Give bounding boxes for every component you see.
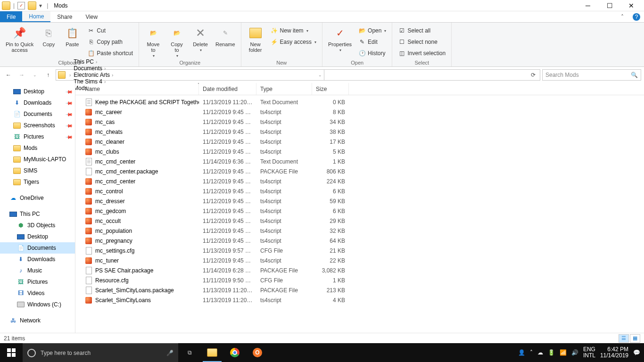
sidebar-item[interactable]: Windows (C:) [0,299,75,310]
paste-button[interactable]: 📋 Paste [62,25,83,48]
file-row[interactable]: PS SAE Chair.package11/14/2019 6:28 PMPA… [81,265,644,275]
sidebar-item[interactable]: 📄Documents📌 [0,108,75,120]
file-row[interactable]: mc_cmd_center11/14/2019 6:36 PMText Docu… [81,156,644,166]
move-to-button[interactable]: 📂Move to▾ [143,25,164,59]
sidebar-item[interactable]: Desktop [0,231,75,242]
minimize-button[interactable]: ─ [577,0,599,11]
delete-button[interactable]: ✕Delete▾ [190,25,211,53]
file-row[interactable]: mc_clubs11/12/2019 9:45 PMts4script5 KB [81,147,644,156]
file-row[interactable]: mc_tuner11/12/2019 9:45 PMts4script22 KB [81,255,644,265]
select-none-button[interactable]: ☐Select none [396,37,447,47]
sidebar-item[interactable]: ♪Music [0,265,75,276]
file-row[interactable]: mc_population11/12/2019 9:45 PMts4script… [81,226,644,236]
open-button[interactable]: 📂Open▾ [356,25,388,36]
file-row[interactable]: mc_pregnancy11/12/2019 9:45 PMts4script6… [81,236,644,246]
tab-home[interactable]: Home [22,11,50,22]
new-item-button[interactable]: ✨New item▾ [269,25,318,36]
sidebar-item[interactable]: ⬇Downloads📌 [0,97,75,108]
invert-selection-button[interactable]: ◫Invert selection [396,48,447,58]
properties-button[interactable]: ✓Properties▾ [326,25,354,53]
file-row[interactable]: mc_occult11/12/2019 9:45 PMts4script29 K… [81,216,644,226]
file-row[interactable]: mc_settings.cfg11/13/2019 9:57 PMCFG Fil… [81,246,644,255]
help-icon[interactable]: ? [633,13,640,21]
cut-button[interactable]: ✂Cut [85,25,135,36]
qat-check-icon[interactable]: ✓ [17,2,25,9]
taskbar-search[interactable]: Type here to search 🎤 [23,343,178,362]
sidebar-item[interactable]: 📄Documents [0,242,75,254]
mic-icon[interactable]: 🎤 [166,350,173,356]
file-row[interactable]: mc_cmd_center11/12/2019 9:45 PMts4script… [81,176,644,186]
address-box[interactable]: › This PC›Documents›Electronic Arts›The … [56,69,540,81]
search-input[interactable]: Search Mods 🔍 [542,69,641,81]
large-icons-view-button[interactable]: ▦ [630,334,640,343]
notifications-icon[interactable]: 💬 [633,349,640,356]
refresh-button[interactable]: ⟳ [528,72,539,78]
start-button[interactable] [0,343,23,362]
file-row[interactable]: Resource.cfg11/11/2019 9:50 PMCFG File1 … [81,275,644,285]
forward-button[interactable]: → [16,69,27,81]
sidebar-thispc[interactable]: This PC [0,208,75,220]
taskbar-explorer[interactable] [201,343,223,362]
copy-path-button[interactable]: ⎘Copy path [85,37,135,47]
copy-button[interactable]: ⎘ Copy [38,25,59,48]
easy-access-button[interactable]: ⚡Easy access▾ [269,37,318,47]
file-rows[interactable]: Keep the PACKAGE and SCRIPT Together!11/… [75,95,644,333]
navigation-pane[interactable]: Desktop📌⬇Downloads📌📄Documents📌Screenshot… [0,83,75,333]
edit-button[interactable]: ✎Edit [356,37,388,47]
file-row[interactable]: Scarlet_SimCityLoans.package11/13/2019 1… [81,285,644,295]
minimize-ribbon-icon[interactable]: ˄ [616,11,629,22]
sidebar-network[interactable]: 🖧Network [0,315,75,326]
sidebar-item[interactable]: ⬢3D Objects [0,220,75,231]
recent-locations-button[interactable]: ⌄ [29,69,41,81]
history-button[interactable]: 🕑History [356,48,388,58]
tab-share[interactable]: Share [50,11,79,22]
sidebar-item[interactable]: Tigers [0,176,75,188]
column-name[interactable]: Name˄ [81,83,199,95]
language-indicator[interactable]: ENGINTL [583,346,595,359]
column-type[interactable]: Type [256,83,312,95]
sidebar-item[interactable]: 🎞Videos [0,288,75,299]
new-folder-button[interactable]: New folder [245,25,266,54]
sidebar-item[interactable]: MyMusic-LAPTO [0,154,75,165]
sidebar-item[interactable]: Desktop📌 [0,86,75,97]
volume-icon[interactable]: 🔊 [571,349,578,356]
rename-button[interactable]: ✎Rename [214,25,237,48]
paste-shortcut-button[interactable]: 📋Paste shortcut [85,48,135,58]
copy-to-button[interactable]: 📂Copy to▾ [166,25,187,59]
sidebar-item[interactable]: 🖼Pictures [0,276,75,288]
file-row[interactable]: mc_cheats11/12/2019 9:45 PMts4script38 K… [81,127,644,137]
breadcrumb-item[interactable]: Documents› [74,65,115,72]
sidebar-item[interactable]: ⬇Downloads [0,254,75,265]
column-size[interactable]: Size [312,83,349,95]
address-dropdown-icon[interactable]: ⌄ [318,73,322,77]
file-row[interactable]: mc_dresser11/12/2019 9:45 PMts4script59 … [81,196,644,206]
breadcrumb-item[interactable]: This PC› [74,58,115,65]
sidebar-onedrive[interactable]: ☁OneDrive [0,192,75,204]
tray-up-icon[interactable]: ˄ [530,349,533,356]
sidebar-item[interactable]: Screenshots📌 [0,120,75,131]
column-date[interactable]: Date modified [199,83,256,95]
file-row[interactable]: mc_gedcom11/12/2019 9:45 PMts4script6 KB [81,206,644,216]
clock[interactable]: 6:42 PM11/14/2019 [600,346,628,359]
file-row[interactable]: mc_cleaner11/12/2019 9:45 PMts4script17 … [81,137,644,147]
breadcrumb-item[interactable]: Electronic Arts› [74,72,115,78]
tab-file[interactable]: File [0,11,22,22]
qat-dropdown-icon[interactable]: ▾ [37,2,44,9]
close-button[interactable]: ✕ [620,0,642,11]
file-row[interactable]: mc_cas11/12/2019 9:45 PMts4script34 KB [81,117,644,127]
file-row[interactable]: Scarlet_SimCityLoans11/13/2019 11:20 ...… [81,295,644,305]
wifi-icon[interactable]: 📶 [560,349,567,356]
onedrive-tray-icon[interactable]: ☁ [537,349,543,356]
people-icon[interactable]: 👤 [518,349,525,356]
details-view-button[interactable]: ☰ [619,334,629,343]
file-row[interactable]: Keep the PACKAGE and SCRIPT Together!11/… [81,97,644,107]
task-view-button[interactable]: ⧉ [178,343,201,362]
up-button[interactable]: ↑ [42,69,54,81]
tab-view[interactable]: View [79,11,104,22]
file-row[interactable]: mc_control11/12/2019 9:45 PMts4script6 K… [81,186,644,196]
sidebar-item[interactable]: SIMS [0,165,75,176]
back-button[interactable]: ← [3,69,14,81]
battery-icon[interactable]: 🔋 [548,349,555,356]
taskbar-chrome[interactable] [223,343,246,362]
pin-to-quick-access-button[interactable]: 📌 Pin to Quick access [4,25,35,54]
